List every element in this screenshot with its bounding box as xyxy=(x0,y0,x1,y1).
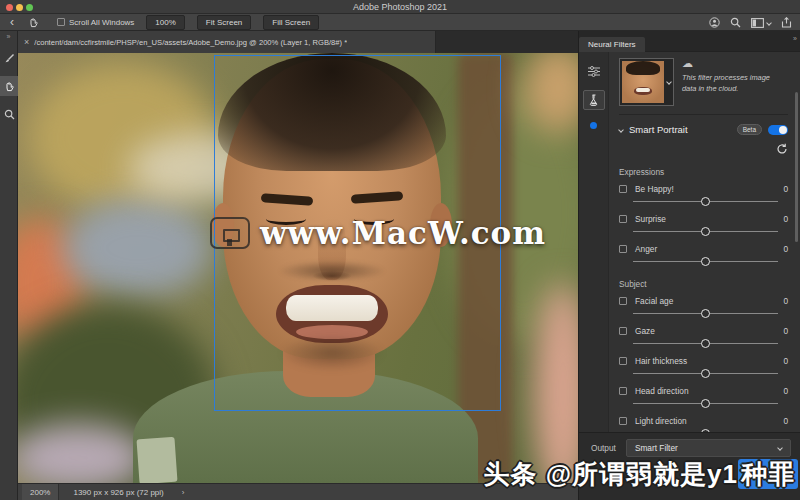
chevron-down-icon xyxy=(666,79,672,85)
slider-row: Be Happy!0 xyxy=(619,184,788,207)
macw-watermark: www.MacW.com xyxy=(168,215,578,251)
zoom-100-button[interactable]: 100% xyxy=(146,15,184,30)
scroll-all-windows-label: Scroll All Windows xyxy=(69,18,134,27)
toutiao-watermark: 头条 @所谓弱就是y1种罪 xyxy=(484,457,799,492)
photoshop-window: Adobe Photoshop 2021 ‹ Scroll All Window… xyxy=(0,0,800,500)
tool-options-bar: ‹ Scroll All Windows 100% Fit Screen Fil… xyxy=(0,14,800,31)
slider-checkbox[interactable] xyxy=(619,245,627,253)
cloud-icon: ☁ xyxy=(682,58,788,69)
panel-overflow-icon[interactable]: » xyxy=(793,35,797,42)
slider-checkbox[interactable] xyxy=(619,297,627,305)
document-tab-title: /content/dam/ccfirstmile/PHSP/en_US/asse… xyxy=(34,38,347,47)
scroll-all-windows-checkbox[interactable]: Scroll All Windows xyxy=(57,18,134,27)
slider-label: Hair thickness xyxy=(635,356,687,366)
face-thumbnail xyxy=(622,61,664,103)
status-dimensions: 1390 px x 926 px (72 ppi) xyxy=(73,488,163,497)
slider-label: Surprise xyxy=(635,214,666,224)
chevron-down-icon xyxy=(766,20,772,26)
slider-row: Gaze0 xyxy=(619,326,788,349)
output-label: Output xyxy=(591,443,616,453)
smart-portrait-title: Smart Portrait xyxy=(629,124,688,135)
slider-track[interactable] xyxy=(633,309,778,319)
back-chevron-icon[interactable]: ‹ xyxy=(10,17,14,27)
neural-filters-tab[interactable]: Neural Filters xyxy=(579,37,645,52)
status-zoom-field[interactable]: 200% xyxy=(22,484,59,500)
beta-badge: Beta xyxy=(737,124,762,135)
slider-row: Hair thickness0 xyxy=(619,356,788,379)
cloud-note-text: This filter processes image data in the … xyxy=(682,72,782,94)
slider-sections: ExpressionsBe Happy!0Surprise0Anger0Subj… xyxy=(619,167,788,439)
slider-handle[interactable] xyxy=(701,197,710,206)
section-label: Subject xyxy=(619,279,788,289)
collapse-chevron-icon[interactable] xyxy=(618,127,624,133)
fill-screen-button[interactable]: Fill Screen xyxy=(263,15,319,30)
toolbar: » xyxy=(0,31,18,500)
toolbar-overflow-icon[interactable]: » xyxy=(0,33,17,40)
all-filters-icon[interactable] xyxy=(579,60,609,82)
toutiao-watermark-text: 头条 @所谓弱就是y1 xyxy=(484,459,739,489)
slider-track[interactable] xyxy=(633,227,778,237)
slider-row: Anger0 xyxy=(619,244,788,267)
slider-label: Light direction xyxy=(635,416,687,426)
status-arrow-icon[interactable]: › xyxy=(182,488,185,497)
slider-track[interactable] xyxy=(633,399,778,409)
output-dropdown[interactable]: Smart Filter xyxy=(626,439,791,457)
panel-scrollbar[interactable] xyxy=(795,92,798,242)
slider-checkbox[interactable] xyxy=(619,185,627,193)
slider-handle[interactable] xyxy=(701,369,710,378)
neural-filters-panel: Neural Filters » xyxy=(578,31,800,500)
output-value: Smart Filter xyxy=(635,443,678,453)
slider-track[interactable] xyxy=(633,197,778,207)
slider-handle[interactable] xyxy=(701,227,710,236)
cloud-processing-note: ☁ This filter processes image data in th… xyxy=(682,58,788,94)
subject-shirt-strap xyxy=(136,437,177,483)
slider-checkbox[interactable] xyxy=(619,215,627,223)
title-bar: Adobe Photoshop 2021 xyxy=(0,0,800,14)
slider-checkbox[interactable] xyxy=(619,417,627,425)
hand-tool-button[interactable] xyxy=(0,76,18,96)
slider-label: Facial age xyxy=(635,296,673,306)
search-icon[interactable] xyxy=(730,17,741,28)
image-canvas[interactable]: www.MacW.com xyxy=(18,53,578,483)
document-area: × /content/dam/ccfirstmile/PHSP/en_US/as… xyxy=(18,31,578,500)
slider-track[interactable] xyxy=(633,339,778,349)
slider-value: 0 xyxy=(783,326,788,336)
workspace-switcher-icon[interactable] xyxy=(751,18,771,28)
slider-value: 0 xyxy=(783,416,788,426)
zoom-tool-button[interactable] xyxy=(0,104,18,124)
brush-tool-button[interactable] xyxy=(0,48,18,68)
smart-portrait-toggle[interactable] xyxy=(768,125,788,135)
slider-label: Be Happy! xyxy=(635,184,674,194)
slider-checkbox[interactable] xyxy=(619,327,627,335)
window-title: Adobe Photoshop 2021 xyxy=(0,2,800,12)
slider-checkbox[interactable] xyxy=(619,387,627,395)
checkbox-box[interactable] xyxy=(57,18,65,26)
slider-handle[interactable] xyxy=(701,399,710,408)
slider-value: 0 xyxy=(783,356,788,366)
slider-label: Anger xyxy=(635,244,657,254)
slider-value: 0 xyxy=(783,386,788,396)
face-thumbnail-selector[interactable] xyxy=(619,58,674,106)
beta-filters-icon[interactable] xyxy=(583,90,605,110)
slider-track[interactable] xyxy=(633,257,778,267)
hand-tool-icon xyxy=(28,17,39,28)
slider-row: Surprise0 xyxy=(619,214,788,237)
divider xyxy=(619,114,788,115)
document-tab-bar: × /content/dam/ccfirstmile/PHSP/en_US/as… xyxy=(18,31,578,53)
slider-checkbox[interactable] xyxy=(619,357,627,365)
reset-icon[interactable] xyxy=(776,143,788,155)
slider-handle[interactable] xyxy=(701,339,710,348)
share-icon[interactable] xyxy=(781,17,792,28)
slider-track[interactable] xyxy=(633,369,778,379)
account-icon[interactable] xyxy=(709,17,720,28)
fit-screen-button[interactable]: Fit Screen xyxy=(197,15,251,30)
slider-handle[interactable] xyxy=(701,309,710,318)
chevron-down-icon xyxy=(777,445,783,451)
notification-dot xyxy=(590,122,597,129)
slider-value: 0 xyxy=(783,214,788,224)
slider-label: Head direction xyxy=(635,386,689,396)
document-tab[interactable]: × /content/dam/ccfirstmile/PHSP/en_US/as… xyxy=(18,31,436,53)
close-tab-icon[interactable]: × xyxy=(24,37,29,47)
slider-row: Head direction0 xyxy=(619,386,788,409)
slider-handle[interactable] xyxy=(701,257,710,266)
